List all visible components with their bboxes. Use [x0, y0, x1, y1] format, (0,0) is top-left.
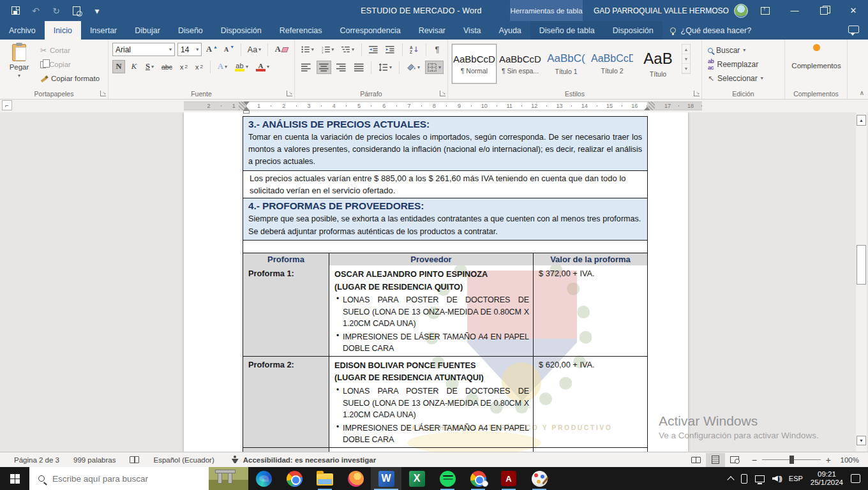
vertical-scrollbar[interactable]: ▲ ▼ [856, 112, 867, 452]
taskbar-icon-edge[interactable] [248, 467, 279, 490]
ribbon-tab[interactable]: Referencias [271, 21, 331, 40]
styles-scroll-up-icon[interactable]: ▲ [682, 45, 690, 54]
web-layout-button[interactable] [725, 453, 744, 467]
document-page[interactable]: VALLE HERMOSO TURÍSTICO Y PRODUCTIVO 3.-… [184, 112, 688, 452]
tab-selector[interactable]: ⌐ [2, 100, 12, 110]
paragraph-dialog-launcher[interactable]: ↘ [440, 91, 445, 96]
numbered-list-button[interactable]: 123▾ [319, 43, 337, 56]
ribbon-display-options-button[interactable] [751, 0, 780, 21]
paste-dropdown-caret[interactable]: ▾ [18, 73, 20, 78]
taskbar-icon-paint[interactable] [524, 467, 555, 490]
network-icon[interactable] [755, 475, 765, 482]
format-painter-button[interactable]: Copiar formato [38, 73, 101, 84]
ribbon-tab[interactable]: Diseño [169, 21, 212, 40]
clock[interactable]: 09:21 25/1/2024 [811, 470, 843, 487]
comments-icon[interactable] [848, 26, 859, 33]
accessibility-icon[interactable] [231, 456, 239, 464]
font-color-button[interactable]: A▾ [253, 60, 272, 73]
print-preview-icon[interactable] [71, 6, 82, 16]
decrease-indent-button[interactable] [366, 43, 381, 56]
redo-icon[interactable]: ↻ [51, 6, 61, 16]
style-item[interactable]: AaBbCcDc ¶ Normal [452, 44, 497, 84]
styles-dialog-launcher[interactable]: ↘ [694, 91, 700, 96]
save-icon[interactable] [10, 6, 20, 16]
underline-button[interactable]: S▾ [143, 60, 156, 73]
bullet-list-button[interactable]: ▾ [299, 43, 317, 56]
ribbon-tab[interactable]: Revisar [410, 21, 454, 40]
ribbon-tab[interactable]: Archivo [0, 21, 45, 40]
taskbar-icon-acrobat[interactable]: A [493, 467, 524, 490]
your-phone-icon[interactable] [741, 474, 747, 484]
find-button[interactable]: Buscar▾ [706, 44, 781, 56]
ribbon-tab[interactable]: Diseño de tabla [530, 21, 604, 40]
align-left-button[interactable] [299, 61, 314, 74]
word-count[interactable]: 999 palabras [73, 456, 116, 464]
increase-indent-button[interactable] [383, 43, 398, 56]
language-indicator[interactable]: Español (Ecuador) [153, 456, 214, 464]
undo-icon[interactable]: ↶ [31, 6, 41, 16]
show-paragraph-marks-button[interactable]: ¶ [431, 43, 444, 56]
sort-button[interactable]: AZ [407, 43, 422, 56]
print-layout-button[interactable] [706, 453, 725, 467]
page-indicator[interactable]: Página 2 de 3 [14, 456, 59, 464]
addins-button[interactable]: Complementos [789, 43, 844, 86]
shrink-font-button[interactable]: A▼ [222, 43, 236, 56]
text-effects-button[interactable]: A▾ [215, 60, 230, 73]
align-right-button[interactable] [334, 61, 349, 74]
scroll-up-icon[interactable]: ▲ [857, 115, 866, 126]
start-button[interactable] [0, 467, 29, 490]
tell-me-box[interactable]: ¿Qué desea hacer? [662, 21, 760, 40]
accessibility-status[interactable]: Accesibilidad: es necesario investigar [243, 456, 376, 464]
keyboard-language[interactable]: ESP [789, 475, 803, 482]
document-table[interactable]: 3.- ANÁLISIS DE PRECIOS ACTUALES: Tomar … [243, 116, 648, 452]
font-dialog-launcher[interactable]: ↘ [287, 91, 292, 96]
minimize-button[interactable]: — [780, 0, 809, 21]
cut-button[interactable]: ✂Cortar [38, 45, 101, 56]
line-spacing-button[interactable]: ▾ [376, 61, 394, 74]
zoom-slider[interactable] [762, 459, 821, 461]
ribbon-tab[interactable]: Vista [454, 21, 490, 40]
taskbar-icon-firefox[interactable] [340, 467, 371, 490]
right-indent-marker[interactable] [644, 107, 650, 110]
highlight-button[interactable]: ab▾ [232, 60, 251, 73]
ribbon-tab[interactable]: Dibujar [126, 21, 169, 40]
style-item[interactable]: AaBbCcDc ¶ Sin espa... [498, 44, 542, 84]
taskbar-icon-chrome[interactable] [279, 467, 310, 490]
styles-scroll-down-icon[interactable]: ▼ [682, 54, 690, 64]
copy-button[interactable]: Copiar [38, 59, 101, 70]
multilevel-list-button[interactable]: ▾ [339, 43, 357, 56]
subscript-button[interactable]: x2 [177, 60, 190, 73]
taskbar-icon-excel[interactable]: X [401, 467, 432, 490]
clipboard-dialog-launcher[interactable]: ↘ [100, 91, 106, 96]
style-item[interactable]: AaBbCcD Título 2 [590, 44, 634, 84]
style-item[interactable]: AaBbC( Título 1 [544, 44, 588, 84]
taskbar-icon-word[interactable]: W [371, 467, 401, 490]
customize-qat-icon[interactable]: ▾ [92, 6, 102, 16]
zoom-out-icon[interactable]: − [752, 455, 757, 465]
italic-button[interactable]: K [128, 60, 140, 73]
bold-button[interactable]: N [112, 60, 125, 73]
taskbar-icon-spotify[interactable] [432, 467, 463, 490]
font-size-select[interactable]: 14▾ [177, 43, 202, 56]
avatar[interactable] [734, 4, 748, 18]
ribbon-tab[interactable]: Inicio [45, 21, 81, 40]
table-row[interactable]: Proforma 3: JAIRO SANTIAGO ROJAS MENA $ … [243, 447, 647, 452]
scrollbar-thumb[interactable] [857, 245, 866, 285]
taskbar-search[interactable] [29, 467, 248, 490]
align-center-button[interactable] [317, 61, 332, 74]
close-button[interactable]: ✕ [839, 0, 868, 21]
left-indent-marker[interactable] [243, 110, 250, 114]
zoom-level[interactable]: 100% [836, 456, 859, 464]
table-row[interactable]: Proforma 2: EDISON BOLIVAR PONCE FUENTES… [243, 356, 647, 447]
styles-more-icon[interactable]: ▼ [682, 64, 690, 73]
clear-formatting-button[interactable]: A [273, 43, 290, 56]
search-input[interactable] [52, 474, 180, 484]
style-item[interactable]: AaB Título [636, 44, 680, 84]
collapse-ribbon-icon[interactable]: ∧ [860, 89, 864, 96]
ribbon-tab[interactable]: Correspondencia [331, 21, 409, 40]
scroll-down-icon[interactable]: ▼ [857, 436, 866, 445]
change-case-button[interactable]: Aa▾ [246, 43, 263, 56]
read-mode-button[interactable] [687, 453, 706, 467]
taskbar-icon-file-explorer[interactable] [310, 467, 340, 490]
zoom-in-icon[interactable]: + [826, 455, 831, 465]
